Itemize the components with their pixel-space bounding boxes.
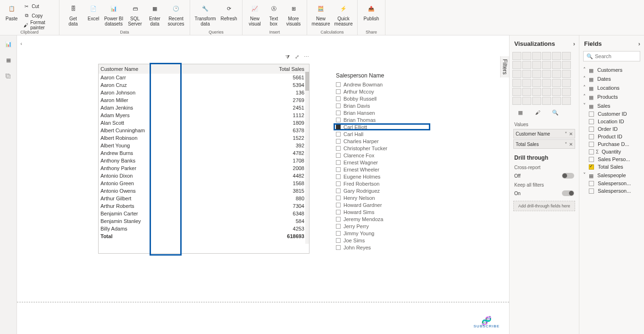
viz-type-button[interactable] [532, 61, 541, 69]
fields-table-locations[interactable]: ˄▦Locations [582, 83, 641, 92]
slicer-item[interactable]: Brian Thomas [336, 116, 430, 123]
slicer-item[interactable]: Carl Elliott [334, 123, 430, 130]
table-row[interactable]: Anthony Banks1708 [99, 157, 309, 164]
slicer-item[interactable]: Eugene Holmes [336, 173, 430, 180]
format-painter-button[interactable]: 🖌Format painter [21, 21, 56, 29]
viz-type-button[interactable] [522, 61, 531, 69]
filter-icon[interactable]: ⧩ [284, 53, 291, 60]
table-row[interactable]: Adam Myers1112 [99, 111, 309, 119]
slicer-item[interactable]: Brian Davis [336, 102, 430, 109]
drill-through-dropzone[interactable]: Add drill-through fields here [513, 201, 575, 211]
slicer-item[interactable]: Ernest Wheeler [336, 166, 430, 173]
viz-type-button[interactable] [542, 70, 551, 78]
table-row[interactable]: Antonio Owens3815 [99, 187, 309, 195]
viz-type-button[interactable] [512, 97, 521, 105]
field-item[interactable]: Customer ID [582, 110, 641, 118]
filters-collapsed-tab[interactable]: Filters [500, 56, 509, 77]
slicer-item[interactable]: Arthur Mccoy [336, 88, 430, 95]
slicer-item[interactable]: Carl Hall [336, 130, 430, 137]
slicer-item[interactable]: Howard Sims [336, 208, 430, 215]
fields-table-sales[interactable]: ˅▦Sales [582, 101, 641, 110]
table-row[interactable]: Billy Adams4253 [99, 225, 309, 232]
get-data-button[interactable]: 🗄Get data [62, 1, 84, 30]
viz-type-button[interactable] [532, 88, 541, 96]
new-visual-button[interactable]: 📈New visual [245, 1, 264, 30]
enter-data-button[interactable]: ▦Enter data [145, 1, 164, 30]
chevron-down-icon[interactable]: ˅ [565, 142, 567, 147]
viz-type-button[interactable] [522, 79, 531, 87]
model-view-button[interactable]: ⿻ [4, 71, 13, 81]
focus-icon[interactable]: ⤢ [293, 53, 301, 60]
table-row[interactable]: Benjamin Stanley584 [99, 217, 309, 225]
table-row[interactable]: Albert Cunningham6378 [99, 127, 309, 134]
slicer-visual[interactable]: Salesperson Name Andrew BowmanArthur Mcc… [336, 72, 430, 251]
table-row[interactable]: Alan Scott1809 [99, 119, 309, 127]
slicer-item[interactable]: Ernest Wagner [336, 159, 430, 166]
format-tab-icon[interactable]: 🖌 [535, 110, 544, 118]
slicer-item[interactable]: Jimmy Young [336, 230, 430, 237]
viz-type-button[interactable] [542, 88, 551, 96]
viz-type-button[interactable] [552, 52, 561, 60]
value-well-totalsales[interactable]: Total Sales ˅✕ [513, 139, 575, 149]
report-view-button[interactable]: 📊 [4, 39, 13, 49]
viz-type-button[interactable] [522, 97, 531, 105]
viz-type-button[interactable] [562, 52, 571, 60]
viz-type-button[interactable] [512, 79, 521, 87]
table-row[interactable]: Antonio Dixon4482 [99, 172, 309, 180]
viz-type-button[interactable] [552, 79, 561, 87]
table-row[interactable]: Albert Young392 [99, 142, 309, 149]
table-row[interactable]: Anthony Parker2008 [99, 164, 309, 172]
table-row[interactable]: Albert Robinson1522 [99, 134, 309, 142]
viz-type-button[interactable] [522, 88, 531, 96]
viz-type-button[interactable] [542, 97, 551, 105]
table-row[interactable]: Aaron Carr5661 [99, 74, 309, 81]
analytics-tab-icon[interactable]: 🔍 [552, 110, 560, 118]
text-box-button[interactable]: ⒶText box [265, 1, 282, 30]
viz-type-button[interactable] [562, 79, 571, 87]
search-input[interactable] [595, 53, 637, 59]
remove-icon[interactable]: ✕ [569, 142, 573, 147]
viz-type-button[interactable] [552, 70, 561, 78]
expand-fields-icon[interactable]: › [638, 40, 640, 47]
keep-filters-toggle[interactable] [562, 190, 574, 196]
slicer-item[interactable]: Fred Robertson [336, 180, 430, 187]
field-item[interactable]: Sales Perso... [582, 155, 641, 163]
refresh-button[interactable]: ⟳Refresh [218, 1, 239, 30]
sql-server-button[interactable]: 🗃SQL Server [125, 1, 144, 30]
table-visual[interactable]: ⧩ ⤢ ⋯ Customer Name Total Sales Aaron Ca… [98, 64, 309, 254]
pbi-datasets-button[interactable]: 📊Power BI datasets [103, 1, 125, 30]
paste-button[interactable]: 📋 Paste [3, 1, 20, 30]
field-item[interactable]: Salesperson... [582, 180, 641, 187]
field-item[interactable]: Order ID [582, 125, 641, 133]
fields-table-salespeople[interactable]: ˅▦Salespeople [582, 171, 641, 180]
table-row[interactable]: Aaron Cruz5394 [99, 81, 309, 89]
excel-button[interactable]: 📄Excel [85, 1, 102, 30]
viz-type-button[interactable] [542, 79, 551, 87]
chevron-down-icon[interactable]: ˅ [565, 131, 567, 137]
viz-type-button[interactable] [532, 70, 541, 78]
report-canvas[interactable]: ‹ Filters ⧩ ⤢ ⋯ Customer Name Total Sale… [17, 35, 509, 334]
slicer-item[interactable]: Henry Nelson [336, 194, 430, 201]
viz-type-button[interactable] [512, 61, 521, 69]
viz-type-button[interactable] [562, 61, 571, 69]
column-header-name[interactable]: Customer Name [99, 64, 226, 74]
field-item[interactable]: Quantity [582, 148, 641, 155]
value-well-customer[interactable]: Customer Name ˅✕ [513, 129, 575, 138]
viz-type-button[interactable] [542, 61, 551, 69]
slicer-item[interactable]: Joe Sims [336, 237, 430, 244]
more-visuals-button[interactable]: ⊞More visuals [283, 1, 304, 30]
slicer-item[interactable]: Howard Gardner [336, 201, 430, 208]
slicer-item[interactable]: Jeremy Mendoza [336, 215, 430, 223]
table-row[interactable]: Andrew Burns4782 [99, 149, 309, 157]
table-row[interactable]: Benjamin Carter6348 [99, 210, 309, 217]
table-row[interactable]: Arthur Roberts7304 [99, 202, 309, 210]
expand-viz-icon[interactable]: › [573, 40, 575, 47]
fields-tab-icon[interactable]: ▦ [518, 110, 527, 118]
scrollbar[interactable] [305, 72, 309, 244]
viz-type-button[interactable] [562, 70, 571, 78]
viz-type-button[interactable] [552, 88, 561, 96]
fields-table-products[interactable]: ˄▦Products [582, 92, 641, 101]
viz-type-button[interactable] [532, 79, 541, 87]
data-view-button[interactable]: ▦ [4, 55, 13, 65]
publish-button[interactable]: 📤Publish [360, 1, 382, 30]
